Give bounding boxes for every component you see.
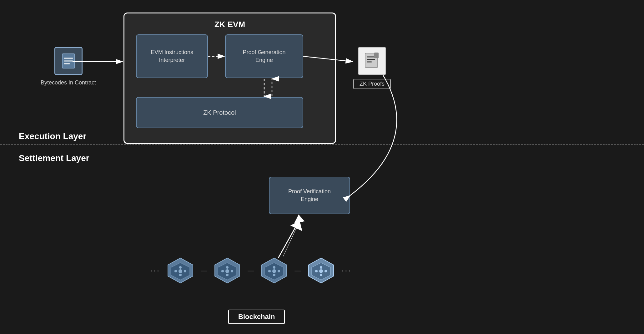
svg-point-11 [179,269,182,273]
svg-point-28 [273,266,275,269]
blockchain-blocks-row: ··· — — [150,256,352,285]
svg-point-34 [325,270,327,272]
svg-point-19 [221,270,224,272]
bytecodes-container: Bytecodes In Contract [41,47,96,87]
svg-point-13 [184,270,186,272]
svg-point-12 [174,270,177,272]
zkproofs-container: ZK Proofs [353,47,391,89]
svg-point-20 [231,270,233,272]
svg-point-14 [179,266,182,269]
svg-marker-46 [294,214,305,224]
svg-point-29 [273,274,275,276]
execution-layer-label: Execution Layer [19,131,86,141]
blockchain-label: Blockchain [228,310,285,324]
dots-right: ··· [341,266,351,276]
svg-point-27 [278,270,280,272]
zkproofs-icon [358,47,386,75]
svg-point-33 [315,270,318,272]
layer-divider [0,144,644,145]
proof-generation-box: Proof GenerationEngine [225,34,303,78]
evm-interpreter-box: EVM InstructionsInterpreter [136,34,208,78]
svg-point-32 [319,269,323,273]
svg-point-36 [320,274,322,276]
zkproofs-svg-icon [364,53,381,70]
svg-point-26 [268,270,271,272]
blockchain-to-pve-arrow [275,219,313,263]
bytecodes-icon [54,47,83,75]
svg-point-15 [179,274,182,276]
bytecodes-svg-icon [61,53,76,69]
blockchain-block-3 [259,256,290,285]
zk-protocol-box: ZK Protocol [136,97,303,128]
proof-verification-label: Proof VerificationEngine [288,188,331,203]
svg-point-25 [272,269,276,273]
blockchain-block-1 [165,256,196,285]
svg-point-18 [225,269,229,273]
svg-point-35 [320,266,322,269]
proof-generation-label: Proof GenerationEngine [243,48,285,64]
zkproofs-label: ZK Proofs [353,79,391,89]
bytecodes-label: Bytecodes In Contract [41,79,96,87]
svg-point-22 [226,274,229,276]
svg-point-21 [226,266,229,269]
settlement-layer-label: Settlement Layer [19,153,89,163]
blockchain-block-2 [212,256,243,285]
blockchain-block-4 [305,256,337,285]
proof-verification-box: Proof VerificationEngine [269,177,350,214]
dots-left: ··· [150,266,160,276]
zk-protocol-label: ZK Protocol [203,109,236,116]
evm-interpreter-label: EVM InstructionsInterpreter [151,48,193,64]
zk-evm-title: ZK EVM [214,20,245,29]
